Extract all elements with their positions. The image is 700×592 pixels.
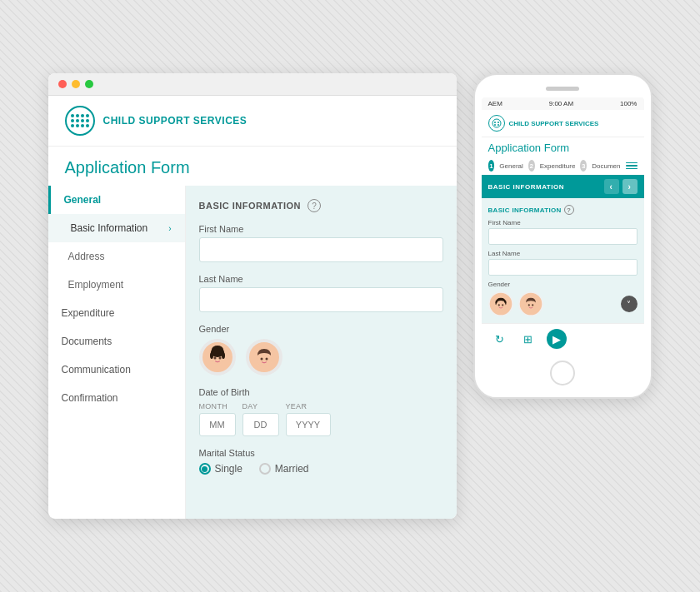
svg-point-30 [525,301,536,311]
step-2-badge[interactable]: 2 [528,160,535,172]
svg-point-32 [532,304,533,306]
mobile-female-avatar[interactable] [488,291,513,316]
sidebar: General Basic Information › Address Empl… [48,186,186,519]
mobile-nav-prev[interactable]: ‹ [604,179,619,194]
mobile-app-header: CHILD SUPPORT SERVICES [482,110,644,137]
mobile-first-name-label: First Name [488,219,638,226]
dob-row: MONTH DAY YEAR [199,402,443,436]
refresh-icon[interactable]: ↻ [490,329,510,349]
mobile-mockup: AEM 9:00 AM 100% CHILD SUPPORT SERVICES … [473,73,652,399]
first-name-group: First Name [199,224,443,262]
sidebar-item-confirmation[interactable]: Confirmation [48,384,185,412]
info-icon: ? [308,199,321,212]
sidebar-item-employment[interactable]: Employment [48,271,185,299]
mobile-first-name-input[interactable] [488,228,638,245]
step-2-label: Expenditure [540,162,576,170]
marital-group: Marital Status Single Married [199,448,443,475]
browser-dot-yellow [72,80,80,88]
svg-point-31 [528,304,529,306]
radio-married-circle [259,463,271,475]
logo-dots [71,114,89,127]
sidebar-item-basic-info[interactable]: Basic Information › [48,214,185,242]
mobile-gender-label: Gender [488,281,638,288]
dob-month-input[interactable] [199,413,236,436]
last-name-input[interactable] [199,287,443,312]
dob-month-group: MONTH [199,402,236,436]
first-name-input[interactable] [199,237,443,262]
app-title: CHILD SUPPORT SERVICES [103,115,248,127]
radio-single[interactable]: Single [199,463,242,475]
marital-row: Single Married [199,463,443,475]
mobile-gender-row: ˅ [488,291,638,316]
radio-single-label: Single [215,463,242,475]
logo-icon [65,106,95,136]
mobile-section-subtitle: BASIC INFORMATION ? [488,205,638,215]
mobile-bottom-bar: ↻ ⊞ ▶ [482,323,644,354]
step-1-badge[interactable]: 1 [488,160,495,172]
svg-point-17 [265,358,268,361]
chevron-down-icon[interactable]: ˅ [621,296,638,312]
page-title: Application Form [65,158,440,177]
phone-screen: AEM 9:00 AM 100% CHILD SUPPORT SERVICES … [482,97,644,354]
dob-day-input[interactable] [242,413,279,436]
svg-point-10 [210,352,213,359]
dob-group: Date of Birth MONTH DAY YEAR [199,387,443,436]
mobile-app-title: CHILD SUPPORT SERVICES [509,120,599,127]
send-icon[interactable]: ▶ [547,329,567,349]
gender-male-avatar[interactable] [246,339,282,376]
sidebar-item-general[interactable]: General [48,186,185,214]
marital-label: Marital Status [199,448,443,458]
dob-label: Date of Birth [199,387,443,397]
step-3-badge[interactable]: 3 [580,160,587,172]
svg-point-28 [502,304,503,306]
sidebar-item-expenditure[interactable]: Expenditure [48,299,185,327]
mobile-content: BASIC INFORMATION ? First Name Last Name… [482,198,644,323]
grid-icon[interactable]: ⊞ [518,329,538,349]
mobile-last-name-input[interactable] [488,259,638,276]
browser-window: CHILD SUPPORT SERVICES Application Form … [48,73,457,519]
dob-month-label: MONTH [199,402,236,410]
gender-row [199,339,443,376]
last-name-label: Last Name [199,274,443,284]
mobile-nav-arrows: ‹ › [604,179,638,194]
svg-point-18 [492,119,501,127]
last-name-group: Last Name [199,274,443,312]
dob-year-label: YEAR [286,402,331,410]
svg-point-22 [498,124,499,126]
sidebar-item-communication[interactable]: Communication [48,356,185,384]
browser-titlebar [48,73,457,96]
time-label: 9:00 AM [549,100,573,107]
browser-content: CHILD SUPPORT SERVICES Application Form … [48,96,457,519]
mobile-steps: 1 General 2 Expenditure 3 Documen [482,157,644,175]
svg-point-20 [498,122,499,123]
mobile-logo-icon [488,115,505,132]
svg-point-27 [498,304,499,306]
section-title: BASIC INFORMATION [199,201,302,211]
sidebar-item-address[interactable]: Address [48,242,185,271]
radio-married[interactable]: Married [259,463,309,475]
radio-single-circle [199,463,211,475]
svg-point-9 [212,346,223,354]
gender-group: Gender [199,324,443,376]
browser-dot-green [85,80,93,88]
gender-female-avatar[interactable] [199,339,236,376]
svg-point-16 [260,358,262,361]
mobile-last-name-label: Last Name [488,250,638,257]
dob-year-input[interactable] [286,413,331,436]
battery-label: 100% [620,100,637,107]
dob-day-group: DAY [242,402,279,436]
hamburger-line-2 [626,165,638,167]
mobile-nav-next[interactable]: › [622,179,638,194]
carrier-label: AEM [488,100,502,107]
phone-status-bar: AEM 9:00 AM 100% [482,97,644,110]
hamburger-menu[interactable] [626,162,638,170]
dob-day-label: DAY [242,402,279,410]
dob-year-group: YEAR [286,402,331,436]
phone-home-button[interactable] [550,361,575,386]
mobile-page-title: Application Form [482,137,644,157]
mobile-male-avatar[interactable] [518,291,543,316]
step-3-label: Documen [592,162,620,170]
browser-dot-red [58,80,67,88]
sidebar-item-documents[interactable]: Documents [48,327,185,356]
svg-point-6 [213,357,216,360]
